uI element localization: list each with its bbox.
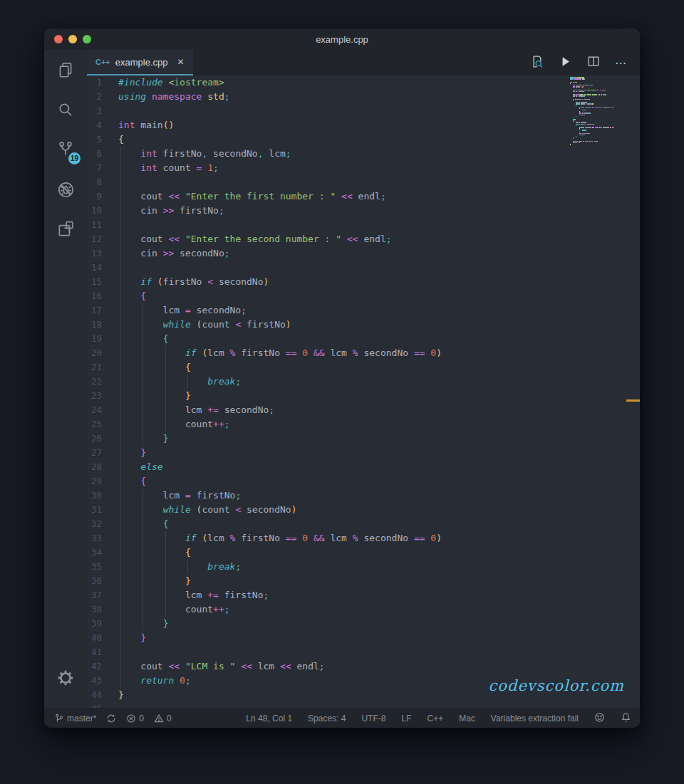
code-line[interactable]: 37 lcm += firstNo;	[87, 588, 640, 602]
code-line[interactable]: 29 {	[87, 474, 640, 488]
code-line[interactable]: 16 {	[87, 289, 640, 303]
file-search-icon	[529, 54, 544, 69]
code-line[interactable]: 42 cout << "LCM is " << lcm << endl;	[87, 659, 640, 674]
code-line[interactable]: 38 count++;	[87, 602, 640, 617]
git-branch-status[interactable]: master*	[54, 714, 96, 723]
code-line[interactable]: 39 }	[87, 617, 640, 631]
split-editor-button[interactable]	[586, 54, 601, 71]
code-line[interactable]: 8	[87, 175, 640, 189]
code-token	[118, 276, 140, 287]
code-line[interactable]: 32 {	[87, 517, 640, 531]
code-line[interactable]: 45	[87, 702, 640, 708]
code-line[interactable]: 9 cout << "Enter the first number : " <<…	[87, 189, 640, 204]
code-line[interactable]: 1#include <iostream>	[87, 75, 640, 90]
code-editor[interactable]: 1#include <iostream>2using namespace std…	[87, 75, 640, 708]
line-number: 24	[87, 403, 118, 417]
sidebar-item-settings[interactable]	[44, 658, 87, 698]
code-line[interactable]: 30 lcm = firstNo;	[87, 488, 640, 503]
code-line[interactable]: 12 cout << "Enter the second number : " …	[87, 232, 640, 246]
tab-example-cpp[interactable]: C++ example.cpp ✕	[87, 50, 193, 75]
code-line[interactable]: 36 }	[87, 574, 640, 588]
tab-close-icon[interactable]: ✕	[177, 57, 185, 67]
code-line[interactable]: 2using namespace std;	[87, 90, 640, 104]
code-line[interactable]: 26 }	[87, 432, 640, 446]
notifications-button[interactable]	[621, 712, 631, 725]
sidebar-item-explorer[interactable]	[44, 50, 87, 90]
code-line[interactable]: 40 }	[87, 631, 640, 645]
indentation[interactable]: Spaces: 4	[308, 714, 346, 723]
code-token: firstNo	[174, 205, 219, 216]
run-button[interactable]	[559, 55, 572, 71]
code-line[interactable]: 17 lcm = secondNo;	[87, 303, 640, 318]
code-line[interactable]: 25 count++;	[87, 417, 640, 432]
code-token: int	[140, 148, 157, 159]
code-line[interactable]: 11	[87, 218, 640, 232]
code-token	[118, 618, 163, 629]
cursor-position[interactable]: Ln 48, Col 1	[246, 714, 292, 723]
code-token: =	[185, 305, 191, 315]
code-line[interactable]: 5{	[87, 132, 640, 147]
indent-guide	[120, 588, 121, 602]
platform[interactable]: Mac	[459, 714, 475, 723]
eol[interactable]: LF	[401, 714, 411, 723]
minimize-window-button[interactable]	[68, 35, 77, 43]
code-line[interactable]: 4int main()	[87, 118, 640, 132]
sidebar-item-debug[interactable]	[44, 169, 87, 209]
code-line[interactable]: 14	[87, 261, 640, 275]
code-token: while	[163, 504, 191, 515]
minimap[interactable]	[570, 77, 621, 147]
code-line-content: {	[118, 132, 640, 147]
close-window-button[interactable]	[54, 35, 63, 43]
indent-guide	[142, 531, 143, 545]
code-line[interactable]: 19 {	[87, 332, 640, 346]
code-line[interactable]: 23 }	[87, 389, 640, 403]
code-line[interactable]: 20 if (lcm % firstNo == 0 && lcm % secon…	[87, 346, 640, 360]
feedback-button[interactable]	[594, 712, 605, 725]
warnings-status[interactable]: 0	[154, 714, 172, 723]
code-line[interactable]: 34 {	[87, 545, 640, 560]
sync-status[interactable]	[106, 714, 116, 723]
zoom-window-button[interactable]	[83, 35, 91, 43]
code-line[interactable]: 27 }	[87, 446, 640, 460]
code-token: (	[157, 276, 163, 287]
indent-guide	[120, 617, 121, 631]
code-token: return	[140, 675, 174, 686]
sidebar-item-search[interactable]	[44, 90, 87, 130]
code-line[interactable]: 41	[87, 645, 640, 659]
code-line[interactable]: 31 while (count < secondNo)	[87, 503, 640, 517]
code-line[interactable]: 28 else	[87, 460, 640, 474]
code-line[interactable]: 7 int count = 1;	[87, 161, 640, 175]
more-actions-button[interactable]: ⋯	[615, 56, 627, 70]
language-mode[interactable]: C++	[427, 714, 443, 723]
code-token: secondNo	[207, 148, 257, 159]
line-number: 12	[87, 232, 118, 246]
code-line[interactable]: 33 if (lcm % firstNo == 0 && lcm % secon…	[87, 531, 640, 545]
code-line[interactable]: 22 break;	[87, 375, 640, 389]
code-token: ++	[213, 604, 224, 615]
indent-guide	[120, 631, 121, 645]
sidebar-item-source-control[interactable]: 19	[44, 130, 87, 169]
indent-guide	[165, 531, 166, 545]
code-line[interactable]: 13 cin >> secondNo;	[87, 246, 640, 261]
code-token: ;	[219, 205, 224, 216]
code-line[interactable]: 10 cin >> firstNo;	[87, 204, 640, 218]
code-token	[191, 319, 197, 330]
code-line[interactable]: 15 if (firstNo < secondNo)	[87, 275, 640, 289]
line-number: 44	[87, 688, 118, 702]
code-token: )	[286, 319, 291, 330]
code-line[interactable]: 21 {	[87, 360, 640, 375]
code-line[interactable]: 35 break;	[87, 560, 640, 574]
indent-guide	[165, 588, 166, 602]
encoding[interactable]: UTF-8	[361, 714, 385, 723]
code-line-content: lcm += secondNo;	[118, 403, 640, 417]
code-line[interactable]: 6 int firstNo, secondNo, lcm;	[87, 147, 640, 161]
errors-status[interactable]: 0	[126, 714, 144, 723]
extension-message[interactable]: Variables extraction fail	[491, 714, 579, 723]
code-line[interactable]: 24 lcm += secondNo;	[87, 403, 640, 417]
code-line[interactable]: 18 while (count < firstNo)	[87, 318, 640, 332]
code-line-content: while (count < firstNo)	[118, 318, 640, 332]
open-preview-button[interactable]	[529, 54, 544, 72]
code-token: {	[118, 134, 124, 145]
code-line[interactable]: 3	[87, 104, 640, 118]
sidebar-item-extensions[interactable]	[44, 209, 87, 249]
